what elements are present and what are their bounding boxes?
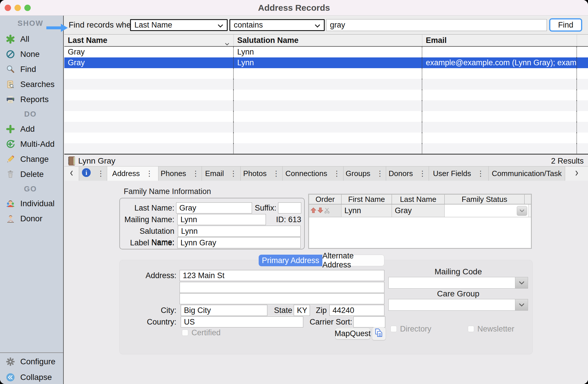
field-select[interactable]: Last Name bbox=[130, 19, 228, 31]
scissors-icon[interactable] bbox=[324, 207, 330, 215]
tab-scroll-right[interactable] bbox=[565, 166, 588, 181]
member-first-name-cell[interactable]: Lynn bbox=[342, 204, 392, 217]
table-row[interactable]: Gray Lynn bbox=[64, 47, 588, 57]
sidebar-item-configure[interactable]: Configure bbox=[0, 356, 64, 367]
address-tab-content: Family Name Information Last Name: Suffi… bbox=[64, 181, 588, 384]
tab-groups[interactable]: Groups⋮ bbox=[344, 166, 386, 181]
table-row-selected[interactable]: Gray Lynn example@example.com (Lynn Gray… bbox=[64, 57, 588, 68]
sidebar-item-donor[interactable]: Donor bbox=[0, 213, 64, 224]
sidebar-item-label: Multi-Add bbox=[20, 140, 54, 149]
tab-options-icon[interactable]: ⋮ bbox=[376, 169, 384, 178]
label-name-field[interactable] bbox=[177, 237, 301, 248]
sidebar-item-find[interactable]: Find bbox=[0, 64, 64, 75]
address-line2-field[interactable] bbox=[180, 282, 384, 293]
last-name-label: Last Name: bbox=[120, 202, 174, 213]
cell-email: example@example.com (Lynn Gray); example… bbox=[422, 57, 577, 68]
sidebar-item-delete[interactable]: Delete bbox=[0, 169, 64, 180]
carrier-sort-field[interactable] bbox=[353, 316, 385, 327]
window-title: Address Records bbox=[0, 0, 588, 16]
alternate-address-tab[interactable]: Alternate Address bbox=[322, 255, 384, 266]
tab-scroll-left[interactable] bbox=[64, 166, 79, 181]
tab-options-icon[interactable]: ⋮ bbox=[146, 169, 153, 178]
sidebar-item-multi-add[interactable]: Multi-Add bbox=[0, 139, 64, 149]
find-button[interactable]: Find bbox=[549, 18, 582, 32]
trash-icon bbox=[6, 170, 15, 179]
mailing-name-field[interactable] bbox=[177, 214, 266, 225]
tab-options-icon[interactable]: ⋮ bbox=[272, 169, 280, 178]
sidebar-item-reports[interactable]: Reports bbox=[0, 94, 64, 105]
search-query-input[interactable] bbox=[326, 19, 547, 31]
family-status-dropdown[interactable] bbox=[445, 204, 529, 217]
circular-plus-icon bbox=[6, 140, 15, 149]
tab-photos[interactable]: Photos⋮ bbox=[241, 166, 283, 181]
salutation-name-label: Salutation Name: bbox=[120, 226, 174, 237]
tab-options-icon[interactable]: ⋮ bbox=[97, 169, 105, 178]
state-field[interactable] bbox=[294, 305, 310, 316]
country-field[interactable] bbox=[181, 316, 303, 327]
sidebar-item-add[interactable]: Add bbox=[0, 124, 64, 134]
order-cell bbox=[309, 204, 342, 217]
info-icon: i bbox=[81, 168, 91, 180]
sidebar-item-searches[interactable]: Searches bbox=[0, 79, 64, 90]
sidebar: SHOW All None Find Searches Reports DO A… bbox=[0, 16, 64, 384]
operator-select[interactable]: contains bbox=[229, 19, 325, 31]
sidebar-divider bbox=[0, 352, 63, 353]
copy-address-button[interactable] bbox=[372, 327, 386, 340]
scrollbar-gutter[interactable] bbox=[529, 204, 531, 217]
family-member-row[interactable]: Lynn Gray bbox=[309, 204, 531, 217]
sidebar-item-all[interactable]: All bbox=[0, 34, 64, 44]
sidebar-item-label: All bbox=[20, 35, 29, 44]
primary-address-tab[interactable]: Primary Address bbox=[259, 255, 322, 266]
member-last-name-cell[interactable]: Gray bbox=[392, 204, 445, 217]
suffix-field[interactable] bbox=[278, 202, 301, 213]
pencil-icon bbox=[6, 155, 15, 164]
newsletter-checkbox[interactable] bbox=[468, 326, 474, 332]
column-header-salutation[interactable]: Salutation Name bbox=[234, 35, 422, 46]
address-type-segmented-control: Primary Address Alternate Address bbox=[259, 255, 384, 266]
move-down-icon[interactable] bbox=[317, 207, 324, 215]
field-select-value: Last Name bbox=[134, 21, 172, 30]
directory-checkbox[interactable] bbox=[390, 326, 397, 332]
sidebar-item-collapse[interactable]: Collapse bbox=[0, 372, 64, 383]
care-group-dropdown[interactable] bbox=[388, 299, 528, 311]
last-name-field[interactable] bbox=[176, 202, 252, 213]
salutation-name-field[interactable] bbox=[178, 226, 301, 237]
tab-options-icon[interactable]: ⋮ bbox=[477, 169, 484, 178]
newsletter-label: Newsletter bbox=[477, 325, 514, 333]
table-row-empty bbox=[64, 100, 588, 111]
tab-phones[interactable]: Phones⋮ bbox=[158, 166, 202, 181]
magnifier-icon bbox=[6, 65, 15, 74]
column-header-label: Salutation Name bbox=[237, 36, 299, 45]
carrier-sort-label: Carrier Sort: bbox=[308, 316, 352, 327]
column-header-last-name[interactable]: Last Name bbox=[64, 35, 234, 46]
zip-field[interactable] bbox=[329, 305, 384, 316]
printer-icon bbox=[6, 95, 15, 104]
column-header-label: Last Name bbox=[68, 36, 107, 45]
sidebar-item-change[interactable]: Change bbox=[0, 154, 64, 164]
city-field[interactable] bbox=[181, 305, 267, 316]
tab-options-icon[interactable]: ⋮ bbox=[192, 169, 200, 178]
sidebar-item-individual[interactable]: Individual bbox=[0, 198, 64, 209]
mailing-code-dropdown[interactable] bbox=[388, 277, 528, 289]
certified-checkbox[interactable] bbox=[182, 329, 188, 336]
tab-user-fields[interactable]: User Fields⋮ bbox=[429, 166, 489, 181]
sidebar-item-none[interactable]: None bbox=[0, 49, 64, 59]
tab-email[interactable]: Email⋮ bbox=[202, 166, 241, 181]
address-line3-field[interactable] bbox=[180, 293, 384, 304]
tab-address[interactable]: Address⋮ bbox=[107, 166, 158, 181]
tab-options-icon[interactable]: ⋮ bbox=[419, 169, 426, 178]
chevron-down-icon[interactable] bbox=[517, 206, 527, 216]
move-up-icon[interactable] bbox=[310, 207, 317, 215]
chevron-down-icon bbox=[515, 299, 528, 310]
column-header-email[interactable]: Email bbox=[422, 35, 577, 46]
mapquest-button[interactable]: MapQuest bbox=[335, 328, 370, 339]
tab-communication-task[interactable]: Communication/Task bbox=[489, 166, 565, 181]
address-line1-field[interactable] bbox=[180, 270, 384, 281]
tab-options-icon[interactable]: ⋮ bbox=[230, 169, 237, 178]
tab-info[interactable]: i ⋮ bbox=[79, 166, 107, 181]
tab-options-icon[interactable]: ⋮ bbox=[333, 169, 341, 178]
tab-donors[interactable]: Donors⋮ bbox=[386, 166, 429, 181]
person-desk-icon bbox=[6, 214, 15, 223]
tab-connections[interactable]: Connections⋮ bbox=[283, 166, 344, 181]
chevron-right-icon bbox=[575, 169, 578, 178]
